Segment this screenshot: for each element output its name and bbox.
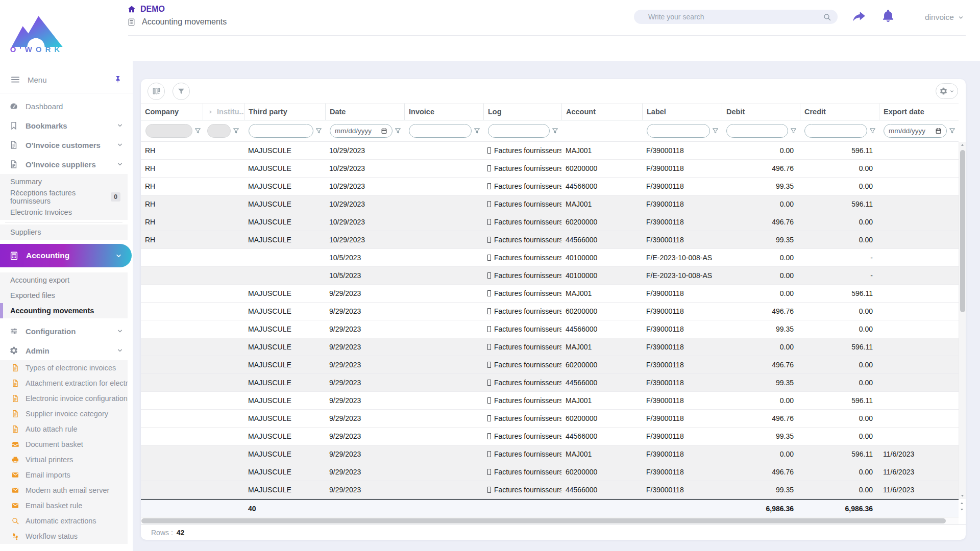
funnel-icon[interactable] [315, 127, 323, 135]
vertical-scrollbar[interactable] [959, 142, 966, 499]
table-row[interactable]: MAJUSCULE9/29/2023Factures fournisseurs6… [141, 303, 959, 320]
funnel-icon[interactable] [948, 127, 956, 135]
filter-input-credit[interactable] [804, 124, 867, 138]
funnel-icon[interactable] [473, 127, 481, 135]
filter-input-log[interactable] [488, 124, 550, 138]
table-row[interactable]: MAJUSCULE9/29/2023Factures fournisseurs4… [141, 481, 959, 499]
table-row[interactable]: MAJUSCULE9/29/2023Factures fournisseursM… [141, 392, 959, 410]
notifications-bell-button[interactable] [881, 9, 895, 23]
sidebar-item-accounting[interactable]: Accounting [0, 244, 132, 267]
calendar-icon[interactable] [935, 128, 942, 134]
table-row[interactable]: MAJUSCULE9/29/2023Factures fournisseurs4… [141, 374, 959, 392]
sidebar-subitem-attachment-extraction-for-electron[interactable]: Attachment extraction for electron [0, 375, 128, 391]
tri-up-icon[interactable] [960, 142, 965, 148]
column-header-account[interactable]: Account [561, 104, 642, 120]
sidebar-subitem-exported-files[interactable]: Exported files [0, 288, 128, 303]
sidebar-subitem-document-basket[interactable]: Document basket [0, 437, 128, 452]
column-chooser-button[interactable] [148, 83, 165, 100]
table-row[interactable]: MAJUSCULE9/29/2023Factures fournisseurs6… [141, 356, 959, 374]
filter-builder-button[interactable] [173, 83, 190, 100]
funnel-icon[interactable] [232, 127, 240, 135]
tri-down-icon[interactable] [959, 507, 965, 512]
scroll-down-icon[interactable] [960, 493, 965, 498]
sidebar-subitem-auto-attach-rule[interactable]: Auto attach rule [0, 421, 128, 437]
search-input[interactable] [647, 12, 823, 21]
filter-input-export-date[interactable]: mm/dd/yyyy [884, 124, 947, 138]
table-row[interactable]: MAJUSCULE9/29/2023Factures fournisseursM… [141, 338, 959, 356]
sidebar-subitem-suppliers[interactable]: Suppliers [0, 224, 128, 240]
column-header-credit[interactable]: Credit [800, 104, 879, 120]
column-header-label[interactable]: Label [642, 104, 722, 120]
sidebar-subitem-modern-auth-email-server[interactable]: Modern auth email server [0, 483, 128, 498]
sidebar-subitem-virtual-printers[interactable]: Virtual printers [0, 452, 128, 467]
sidebar-subitem-automatic-extractions[interactable]: Automatic extractions [0, 513, 128, 529]
sidebar-subitem-r-ceptions-factures-fournisseurs[interactable]: Réceptions factures fournisseurs0 [0, 189, 128, 205]
column-header-institu[interactable]: Institu... [203, 104, 244, 120]
sidebar-item-bookmarks[interactable]: Bookmarks [0, 116, 133, 135]
filter-input-date[interactable]: mm/dd/yyyy [330, 124, 393, 138]
table-row[interactable]: RHMAJUSCULE10/29/2023Factures fournisseu… [141, 195, 959, 213]
sidebar-subitem-email-imports[interactable]: Email imports [0, 467, 128, 483]
column-header-invoice[interactable]: Invoice [404, 104, 483, 120]
table-row[interactable]: 10/5/2023Factures fournisseurs40100000F/… [141, 249, 959, 267]
table-row[interactable]: RHMAJUSCULE10/29/2023Factures fournisseu… [141, 160, 959, 178]
envelope-icon [11, 486, 19, 494]
user-menu[interactable]: dinvoice [925, 13, 964, 22]
sidebar-subitem-accounting-movements[interactable]: Accounting movements [0, 303, 128, 318]
table-row[interactable]: RHMAJUSCULE10/29/2023Factures fournisseu… [141, 178, 959, 195]
table-row[interactable]: MAJUSCULE9/29/2023Factures fournisseursM… [141, 445, 959, 463]
column-header-export-date[interactable]: Export date [879, 104, 959, 120]
sidebar-subitem-supplier-invoice-category[interactable]: Supplier invoice category [0, 406, 128, 421]
totals-scroll-arrows[interactable] [959, 500, 965, 512]
tri-up-icon[interactable] [959, 500, 965, 506]
sidebar-subitem-accounting-export[interactable]: Accounting export [0, 272, 128, 288]
scroll-up-icon[interactable] [960, 142, 965, 148]
table-row[interactable]: RHMAJUSCULE10/29/2023Factures fournisseu… [141, 231, 959, 249]
sidebar-subitem-email-basket-rule[interactable]: Email basket rule [0, 498, 128, 513]
funnel-icon[interactable] [194, 127, 202, 135]
sidebar-subitem-workflow-status[interactable]: Workflow status [0, 529, 128, 544]
pin-icon[interactable] [113, 75, 122, 84]
sidebar-subitem-electronic-invoice-configuration[interactable]: Electronic invoice configuration [0, 391, 128, 406]
column-header-company[interactable]: Company [141, 104, 203, 120]
search-icon[interactable] [823, 13, 831, 21]
table-row[interactable]: RHMAJUSCULE10/29/2023Factures fournisseu… [141, 142, 959, 160]
funnel-icon[interactable] [790, 127, 797, 135]
column-header-third-party[interactable]: Third party [244, 104, 325, 120]
horizontal-scrollbar-thumb[interactable] [141, 518, 946, 523]
filter-input-third-party[interactable] [249, 124, 313, 138]
table-row[interactable]: 10/5/2023Factures fournisseurs40100000F/… [141, 267, 959, 285]
share-button[interactable] [851, 9, 867, 24]
sidebar-item-admin[interactable]: Admin [0, 341, 133, 360]
funnel-icon[interactable] [869, 127, 876, 135]
funnel-icon[interactable] [551, 127, 559, 135]
table-row[interactable]: MAJUSCULE9/29/2023Factures fournisseursM… [141, 285, 959, 303]
grid-settings-button[interactable] [936, 83, 958, 99]
sidebar-item-configuration[interactable]: Configuration [0, 321, 133, 341]
column-header-date[interactable]: Date [325, 104, 404, 120]
hamburger-icon[interactable] [10, 74, 20, 85]
sidebar-item-o-invoice-suppliers[interactable]: O'Invoice suppliers [0, 155, 133, 174]
filter-input-invoice[interactable] [409, 124, 472, 138]
table-row[interactable]: RHMAJUSCULE10/29/2023Factures fournisseu… [141, 213, 959, 231]
funnel-icon[interactable] [394, 127, 402, 135]
sidebar-subitem-types-of-electronic-invoices[interactable]: Types of electronic invoices [0, 360, 128, 375]
tri-down-icon[interactable] [960, 493, 965, 498]
breadcrumb-app[interactable]: DEMO [127, 5, 227, 14]
sidebar-item-o-invoice-customers[interactable]: O'Invoice customers [0, 135, 133, 155]
table-row[interactable]: MAJUSCULE9/29/2023Factures fournisseurs6… [141, 410, 959, 428]
sidebar-subitem-electronic-invoices[interactable]: Electronic Invoices [0, 205, 128, 220]
sidebar-subitem-summary[interactable]: Summary [0, 174, 128, 189]
table-row[interactable]: MAJUSCULE9/29/2023Factures fournisseurs4… [141, 428, 959, 445]
calendar-icon[interactable] [381, 128, 387, 134]
table-row[interactable]: MAJUSCULE9/29/2023Factures fournisseurs6… [141, 463, 959, 481]
horizontal-scrollbar[interactable] [141, 517, 959, 524]
column-header-log[interactable]: Log [483, 104, 561, 120]
vertical-scrollbar-thumb[interactable] [960, 150, 965, 312]
sidebar-item-dashboard[interactable]: Dashboard [0, 96, 133, 116]
funnel-icon[interactable] [712, 127, 719, 135]
table-row[interactable]: MAJUSCULE9/29/2023Factures fournisseurs4… [141, 320, 959, 338]
filter-input-label[interactable] [647, 124, 710, 138]
filter-input-debit[interactable] [726, 124, 788, 138]
column-header-debit[interactable]: Debit [722, 104, 800, 120]
